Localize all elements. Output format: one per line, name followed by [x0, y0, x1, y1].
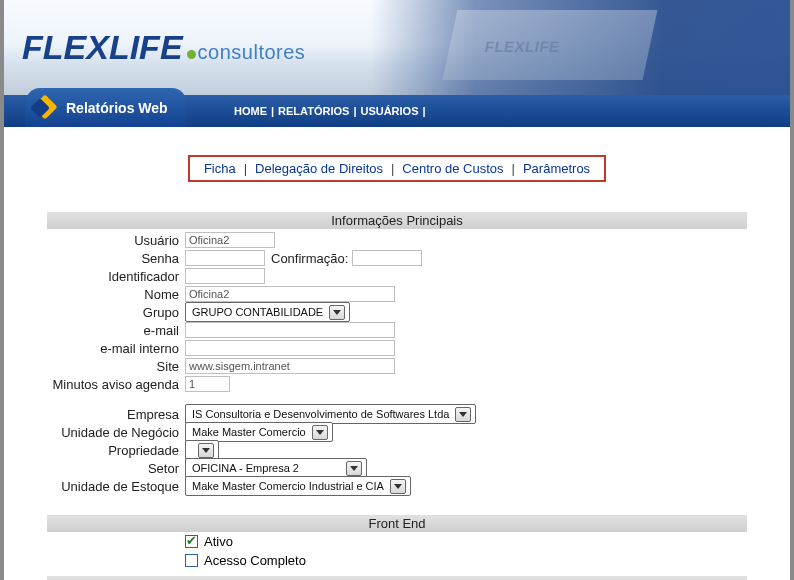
select-unidade-estoque-value: Make Master Comercio Industrial e CIA	[192, 480, 384, 492]
nav-sep: |	[353, 105, 356, 117]
label-usuario: Usuário	[47, 233, 185, 248]
select-setor-value: OFICINA - Empresa 2	[192, 462, 299, 474]
label-grupo: Grupo	[47, 305, 185, 320]
checkbox-ativo[interactable]	[185, 535, 198, 548]
select-empresa-value: IS Consultoria e Desenvolvimento de Soft…	[192, 408, 449, 420]
chevron-down-icon	[455, 407, 471, 422]
label-setor: Setor	[47, 461, 185, 476]
label-unidade-negocio: Unidade de Negócio	[47, 425, 185, 440]
section-informacoes-principais: Informações Principais	[47, 212, 747, 229]
label-site: Site	[47, 359, 185, 374]
label-acesso-completo: Acesso Completo	[204, 553, 306, 568]
subtab-centro-custos[interactable]: Centro de Custos	[402, 161, 503, 176]
nav-tab-title: Relatórios Web	[66, 100, 168, 116]
logo-main-text: FLEXLIFE	[22, 28, 183, 66]
label-senha: Senha	[47, 251, 185, 266]
input-email-interno[interactable]	[185, 340, 395, 356]
input-identificador[interactable]	[185, 268, 265, 284]
app-window: FLEXLIFE FLEXLIFEconsultores Relatórios …	[0, 0, 794, 580]
input-email[interactable]	[185, 322, 395, 338]
subtab-delegacao[interactable]: Delegação de Direitos	[255, 161, 383, 176]
select-unidade-negocio-value: Make Master Comercio	[192, 426, 306, 438]
banner: FLEXLIFE FLEXLIFEconsultores	[4, 0, 790, 95]
chevron-down-icon	[312, 425, 328, 440]
section-web: Web	[47, 576, 747, 580]
banner-art-label: FLEXLIFE	[484, 38, 562, 55]
select-propriedade[interactable]	[185, 440, 219, 460]
logo-sub-text: consultores	[198, 41, 306, 63]
input-nome[interactable]	[185, 286, 395, 302]
label-ativo: Ativo	[204, 534, 233, 549]
label-identificador: Identificador	[47, 269, 185, 284]
subtabs: Ficha | Delegação de Direitos | Centro d…	[188, 155, 606, 182]
nav-link-relatorios[interactable]: RELATÓRIOS	[278, 105, 349, 117]
nav-link-usuarios[interactable]: USUÁRIOS	[360, 105, 418, 117]
subtabs-wrap: Ficha | Delegação de Direitos | Centro d…	[4, 155, 790, 182]
label-propriedade: Propriedade	[47, 443, 185, 458]
input-minutos[interactable]	[185, 376, 230, 392]
label-minutos: Minutos aviso agenda	[47, 377, 185, 392]
select-unidade-negocio[interactable]: Make Master Comercio	[185, 422, 333, 442]
label-nome: Nome	[47, 287, 185, 302]
main-rows: Usuário Senha Confirmação: Identificador…	[47, 231, 747, 495]
label-unidade-estoque: Unidade de Estoque	[47, 479, 185, 494]
label-email: e-mail	[47, 323, 185, 338]
nav-current-tab: Relatórios Web	[26, 88, 186, 127]
select-unidade-estoque[interactable]: Make Master Comercio Industrial e CIA	[185, 476, 411, 496]
input-site[interactable]	[185, 358, 395, 374]
select-grupo[interactable]: GRUPO CONTABILIDADE	[185, 302, 350, 322]
logo-dot-icon	[187, 50, 196, 59]
chevron-down-icon	[346, 461, 362, 476]
form-area: Informações Principais Usuário Senha Con…	[47, 212, 747, 580]
label-empresa: Empresa	[47, 407, 185, 422]
chevron-down-icon	[390, 479, 406, 494]
input-usuario[interactable]	[185, 232, 275, 248]
subtab-ficha[interactable]: Ficha	[204, 161, 236, 176]
frontend-rows: Ativo Acesso Completo	[47, 532, 747, 570]
nav-link-home[interactable]: HOME	[234, 105, 267, 117]
input-confirmacao[interactable]	[352, 250, 422, 266]
navbar: Relatórios Web HOME | RELATÓRIOS | USUÁR…	[4, 95, 790, 127]
select-grupo-value: GRUPO CONTABILIDADE	[192, 306, 323, 318]
nav-links: HOME | RELATÓRIOS | USUÁRIOS |	[234, 105, 426, 117]
section-front-end: Front End	[47, 515, 747, 532]
select-setor[interactable]: OFICINA - Empresa 2	[185, 458, 367, 478]
banner-art: FLEXLIFE	[370, 0, 790, 95]
checkbox-acesso-completo[interactable]	[185, 554, 198, 567]
chevron-down-icon	[329, 305, 345, 320]
chevron-down-icon	[198, 443, 214, 458]
label-email-interno: e-mail interno	[47, 341, 185, 356]
label-confirmacao: Confirmação:	[271, 251, 348, 266]
logo: FLEXLIFEconsultores	[22, 28, 305, 67]
nav-sep: |	[271, 105, 274, 117]
nav-sep: |	[423, 105, 426, 117]
select-empresa[interactable]: IS Consultoria e Desenvolvimento de Soft…	[185, 404, 476, 424]
input-senha[interactable]	[185, 250, 265, 266]
subtab-parametros[interactable]: Parâmetros	[523, 161, 590, 176]
